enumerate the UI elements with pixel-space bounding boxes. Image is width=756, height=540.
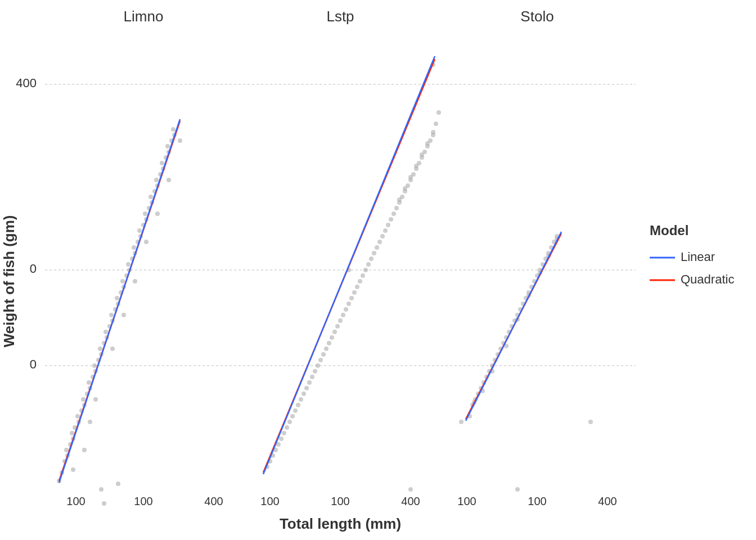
svg-point-117 xyxy=(366,262,371,267)
y-axis-label: Weight of fish (gm) xyxy=(1,215,17,348)
svg-point-109 xyxy=(344,307,348,312)
svg-point-94 xyxy=(302,392,306,396)
facet-title-lstp: Lstp xyxy=(326,8,354,25)
svg-point-148 xyxy=(434,122,438,126)
svg-point-116 xyxy=(363,268,368,272)
svg-point-145 xyxy=(420,152,424,157)
svg-point-142 xyxy=(403,186,407,191)
svg-point-121 xyxy=(377,240,382,244)
svg-point-43 xyxy=(132,245,136,250)
svg-point-10 xyxy=(70,431,74,435)
svg-point-25 xyxy=(98,346,102,351)
svg-point-74 xyxy=(144,240,148,244)
svg-point-125 xyxy=(389,217,393,222)
svg-point-40 xyxy=(126,262,130,267)
svg-point-67 xyxy=(71,467,75,472)
svg-point-106 xyxy=(335,324,340,328)
svg-point-104 xyxy=(330,335,334,340)
svg-point-98 xyxy=(313,369,317,374)
svg-point-120 xyxy=(375,245,379,250)
svg-point-115 xyxy=(361,273,365,278)
svg-point-114 xyxy=(358,279,362,284)
svg-point-149 xyxy=(436,110,441,115)
svg-point-108 xyxy=(341,313,345,317)
svg-point-147 xyxy=(431,130,435,134)
facet-title-stolo: Stolo xyxy=(520,8,554,25)
svg-point-91 xyxy=(293,408,298,413)
svg-point-78 xyxy=(99,487,104,492)
svg-point-16 xyxy=(81,397,86,402)
svg-point-143 xyxy=(408,175,413,179)
svg-point-31 xyxy=(109,313,114,317)
svg-point-97 xyxy=(310,375,314,379)
svg-point-64 xyxy=(171,127,176,132)
svg-point-79 xyxy=(116,482,120,486)
svg-point-49 xyxy=(143,212,147,216)
svg-point-126 xyxy=(392,212,396,216)
y-tick-0-upper: 0 xyxy=(30,262,37,276)
svg-point-80 xyxy=(102,501,106,506)
svg-point-58 xyxy=(160,161,164,165)
svg-point-22 xyxy=(92,363,97,368)
svg-point-194 xyxy=(459,420,464,424)
svg-point-87 xyxy=(282,431,286,435)
svg-point-144 xyxy=(414,164,418,168)
svg-point-73 xyxy=(133,279,137,284)
svg-point-100 xyxy=(318,358,323,362)
svg-point-89 xyxy=(287,420,292,424)
x-tick-p3-3: 400 xyxy=(598,495,616,507)
svg-point-28 xyxy=(104,330,108,334)
svg-point-92 xyxy=(296,403,300,407)
y-tick-0-lower: 0 xyxy=(30,357,37,371)
svg-point-69 xyxy=(88,420,92,424)
svg-point-76 xyxy=(166,178,171,182)
svg-point-70 xyxy=(93,397,98,402)
x-tick-p2-1: 100 xyxy=(260,495,279,507)
svg-point-101 xyxy=(321,352,326,357)
svg-point-110 xyxy=(346,302,351,306)
svg-point-19 xyxy=(87,380,91,385)
svg-point-75 xyxy=(155,212,160,216)
x-tick-p3-2: 100 xyxy=(528,495,546,507)
x-tick-p3-1: 100 xyxy=(457,495,476,507)
x-axis-label: Total length (mm) xyxy=(280,515,401,532)
svg-point-113 xyxy=(355,285,359,289)
svg-point-122 xyxy=(380,234,385,238)
svg-point-71 xyxy=(110,346,115,351)
legend-linear-label: Linear xyxy=(681,250,715,264)
svg-point-99 xyxy=(316,363,320,368)
svg-point-90 xyxy=(290,414,295,418)
svg-point-102 xyxy=(324,346,328,351)
facet-title-limno: Limno xyxy=(124,8,164,25)
x-tick-p1-3: 400 xyxy=(204,495,223,507)
svg-point-152 xyxy=(408,487,413,492)
svg-point-7 xyxy=(64,448,69,452)
svg-point-93 xyxy=(299,397,303,402)
svg-point-103 xyxy=(327,341,331,345)
svg-point-124 xyxy=(386,223,390,227)
svg-point-68 xyxy=(82,448,87,452)
svg-point-105 xyxy=(332,330,337,334)
svg-point-55 xyxy=(154,178,159,182)
x-tick-p2-3: 400 xyxy=(401,495,420,507)
svg-point-123 xyxy=(383,228,388,233)
svg-point-37 xyxy=(120,279,125,284)
y-tick-400: 400 xyxy=(16,76,37,90)
svg-point-72 xyxy=(122,313,126,317)
svg-point-95 xyxy=(304,386,309,390)
svg-point-112 xyxy=(352,290,357,295)
x-tick-p1-2: 100 xyxy=(134,495,152,507)
svg-point-77 xyxy=(178,138,182,143)
x-tick-p2-2: 100 xyxy=(331,495,349,507)
chart-container: 400 0 0 Weight of fish (gm) Limno Lstp S… xyxy=(0,0,756,540)
svg-point-107 xyxy=(338,318,343,323)
svg-point-119 xyxy=(372,251,376,255)
svg-point-46 xyxy=(137,228,142,233)
svg-point-34 xyxy=(115,296,119,300)
svg-point-146 xyxy=(425,141,430,146)
svg-point-52 xyxy=(148,195,153,199)
legend-title: Model xyxy=(650,223,688,238)
svg-point-118 xyxy=(369,256,374,261)
svg-point-13 xyxy=(75,414,80,418)
svg-point-196 xyxy=(515,487,520,492)
